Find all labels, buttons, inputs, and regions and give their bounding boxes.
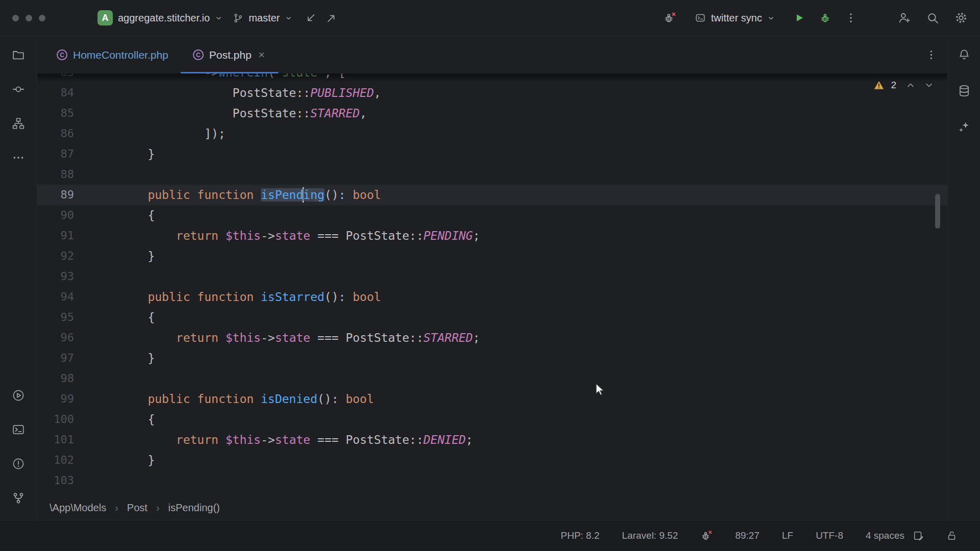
- line-number: 95: [37, 307, 74, 328]
- code-line[interactable]: 99 public function isDenied(): bool: [37, 389, 947, 409]
- terminal-icon: [12, 423, 25, 436]
- breadcrumb-method[interactable]: isPending(): [168, 502, 220, 514]
- window-zoom-button[interactable]: [39, 15, 45, 21]
- gear-icon: [954, 11, 968, 24]
- project-name: aggregate.stitcher.io: [118, 12, 210, 24]
- settings-button[interactable]: [954, 11, 968, 24]
- git-fork-icon: [12, 491, 25, 505]
- run-circle-icon: [12, 389, 25, 402]
- code-with-me-button[interactable]: [898, 11, 911, 24]
- window-minimize-button[interactable]: [26, 15, 32, 21]
- unlocked-padlock-icon: [946, 530, 958, 541]
- git-branch-icon: [233, 13, 243, 23]
- code-line[interactable]: 84 PostState::PUBLISHED,: [37, 83, 947, 103]
- version-control-tool-button[interactable]: [12, 491, 25, 505]
- kebab-menu-icon: [845, 12, 857, 24]
- chevron-down-icon: [285, 14, 292, 22]
- inspections-widget[interactable]: 2: [873, 80, 934, 91]
- notifications-button[interactable]: [958, 48, 971, 61]
- line-number: 90: [37, 205, 74, 226]
- debug-listener-button[interactable]: [663, 11, 676, 24]
- code-line[interactable]: 94 public function isStarred(): bool: [37, 287, 947, 307]
- run-config-name: twitter sync: [711, 12, 762, 24]
- add-user-icon: [898, 11, 911, 24]
- run-button[interactable]: [793, 12, 805, 24]
- line-number: 85: [37, 103, 74, 123]
- scrollbar-thumb[interactable]: [935, 194, 940, 229]
- exclamation-circle-icon: [12, 457, 25, 470]
- indent-widget[interactable]: 4 spaces: [866, 530, 904, 541]
- code-line[interactable]: 89 public function isPending(): bool: [37, 185, 947, 205]
- code-line[interactable]: 102 }: [37, 450, 947, 470]
- php-class-icon: C: [193, 49, 204, 60]
- update-project-button[interactable]: [305, 12, 316, 24]
- run-config-selector[interactable]: twitter sync: [690, 8, 780, 28]
- window-close-button[interactable]: [12, 15, 19, 21]
- commit-tool-button[interactable]: [12, 83, 25, 96]
- terminal-tool-button[interactable]: [12, 423, 25, 436]
- code-line[interactable]: 103: [37, 470, 947, 491]
- ai-assistant-button[interactable]: [958, 120, 971, 134]
- branch-widget[interactable]: master: [228, 8, 298, 28]
- code-line[interactable]: 97 }: [37, 348, 947, 368]
- line-separator-widget[interactable]: LF: [782, 530, 793, 541]
- prev-problem-chevron-up-icon[interactable]: [905, 80, 916, 90]
- code-line[interactable]: 86 ]);: [37, 123, 947, 144]
- search-icon: [926, 12, 939, 24]
- warning-triangle-icon: [873, 80, 885, 91]
- debug-button[interactable]: [819, 12, 831, 24]
- structure-tool-button[interactable]: [12, 117, 25, 130]
- sparkles-icon: [958, 120, 971, 134]
- caret-position-widget[interactable]: 89:27: [735, 530, 760, 541]
- line-number: 96: [37, 328, 74, 348]
- breadcrumb-namespace[interactable]: \App\Models: [50, 502, 106, 514]
- tab-homecontroller[interactable]: C HomeController.php: [44, 36, 181, 73]
- readonly-lock-toggle[interactable]: [946, 530, 958, 541]
- tab-post[interactable]: C Post.php: [181, 36, 278, 73]
- code-line[interactable]: 83 ->whereIn('state', [: [37, 73, 947, 83]
- code-line[interactable]: 95 {: [37, 307, 947, 328]
- code-line[interactable]: 85 PostState::STARRED,: [37, 103, 947, 123]
- push-commits-button[interactable]: [326, 12, 337, 24]
- line-number: 99: [37, 389, 74, 409]
- search-everywhere-button[interactable]: [926, 12, 939, 24]
- code-line[interactable]: 91 return $this->state === PostState::PE…: [37, 226, 947, 246]
- warning-count: 2: [891, 80, 896, 91]
- file-edit-icon[interactable]: [913, 530, 924, 541]
- code-line[interactable]: 93: [37, 266, 947, 287]
- window-controls: [12, 15, 45, 21]
- database-icon: [958, 84, 971, 97]
- more-actions-button[interactable]: [845, 12, 857, 24]
- tab-label: Post.php: [209, 49, 252, 61]
- code-line[interactable]: 101 return $this->state === PostState::D…: [37, 430, 947, 450]
- debug-listener-toggle[interactable]: [700, 530, 713, 542]
- close-icon[interactable]: [257, 51, 266, 59]
- project-tool-button[interactable]: [12, 48, 25, 62]
- code-line[interactable]: 90 {: [37, 205, 947, 226]
- code-line[interactable]: 98: [37, 368, 947, 389]
- project-icon: A: [97, 10, 113, 26]
- more-tool-windows-button[interactable]: [12, 151, 25, 164]
- next-problem-chevron-down-icon[interactable]: [924, 80, 934, 90]
- editor[interactable]: 83 ->whereIn('state', [84 PostState::PUB…: [37, 73, 947, 495]
- problems-tool-button[interactable]: [12, 457, 25, 470]
- line-number: 93: [37, 266, 74, 287]
- line-number: 97: [37, 348, 74, 368]
- code-line[interactable]: 100 {: [37, 409, 947, 430]
- code-line[interactable]: 88: [37, 164, 947, 185]
- encoding-widget[interactable]: UTF-8: [816, 530, 843, 541]
- database-tool-button[interactable]: [958, 84, 971, 97]
- structure-icon: [12, 117, 25, 130]
- run-tool-button[interactable]: [12, 389, 25, 402]
- project-widget[interactable]: A aggregate.stitcher.io: [92, 6, 228, 30]
- php-version-widget[interactable]: PHP: 8.2: [560, 530, 599, 541]
- code-line[interactable]: 96 return $this->state === PostState::ST…: [37, 328, 947, 348]
- tab-list-button[interactable]: [925, 49, 937, 61]
- code-line[interactable]: 92 }: [37, 246, 947, 266]
- terminal-run-config-icon: [695, 12, 706, 23]
- breadcrumb-class[interactable]: Post: [127, 502, 148, 514]
- status-bar: PHP: 8.2 Laravel: 9.52 89:27 LF UTF-8 4 …: [0, 520, 980, 551]
- chevron-down-icon: [767, 14, 775, 22]
- code-line[interactable]: 87 }: [37, 144, 947, 164]
- laravel-version-widget[interactable]: Laravel: 9.52: [622, 530, 678, 541]
